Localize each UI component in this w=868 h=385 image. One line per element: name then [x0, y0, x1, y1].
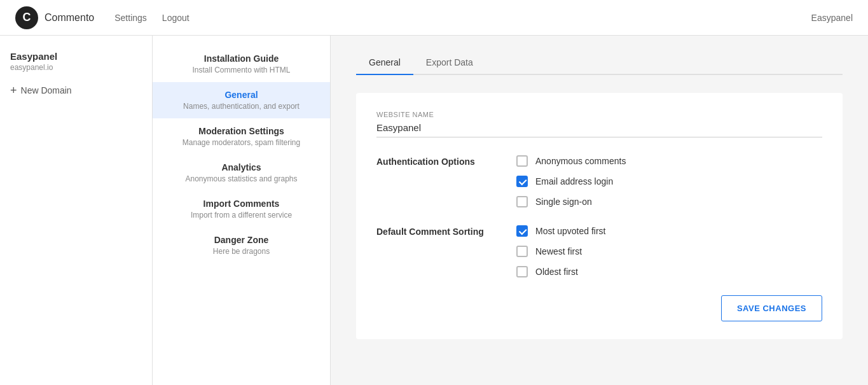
nav-item-title: Danger Zone: [168, 235, 315, 245]
nav-item-moderation-settings[interactable]: Moderation Settings Manage moderators, s…: [153, 118, 330, 155]
option-oldest-first[interactable]: Oldest first: [516, 266, 606, 277]
nav-item-subtitle: Names, authentication, and export: [168, 102, 315, 111]
nav-item-danger-zone[interactable]: Danger Zone Here be dragons: [153, 227, 330, 263]
sorting-options-label: Default Comment Sorting: [376, 225, 516, 237]
checkbox-anonymous-comments[interactable]: [516, 155, 528, 167]
option-newest-first[interactable]: Newest first: [516, 246, 606, 257]
logout-link[interactable]: Logout: [162, 13, 189, 23]
tab-general[interactable]: General: [356, 51, 413, 75]
nav-item-title: Analytics: [168, 162, 315, 172]
main-content: General Export Data WEBSITE NAME Easypan…: [331, 36, 868, 385]
option-most-upvoted-first[interactable]: Most upvoted first: [516, 225, 606, 237]
top-nav: C Commento Settings Logout Easypanel: [0, 0, 868, 36]
website-name-field: WEBSITE NAME Easypanel: [376, 111, 822, 137]
domain-url: easypanel.io: [10, 63, 142, 72]
checkbox-single-sign-on[interactable]: [516, 196, 528, 207]
sidebar-left: Easypanel easypanel.io + New Domain: [0, 36, 153, 385]
sorting-options-row: Default Comment Sorting Most upvoted fir…: [376, 225, 822, 277]
nav-item-subtitle: Import from a different service: [168, 211, 315, 220]
nav-item-title: Import Comments: [168, 199, 315, 209]
logo-name: Commento: [45, 12, 94, 24]
nav-links: Settings Logout: [114, 13, 189, 23]
save-btn-row: SAVE CHANGES: [376, 295, 822, 321]
website-name-label: WEBSITE NAME: [376, 111, 822, 118]
sidebar-mid: Installation Guide Install Commento with…: [153, 36, 331, 385]
nav-item-subtitle: Anonymous statistics and graphs: [168, 174, 315, 183]
authentication-options-list: Anonymous comments Email address login S…: [516, 155, 626, 207]
new-domain-button[interactable]: + New Domain: [10, 85, 142, 96]
sorting-options-list: Most upvoted first Newest first Oldest f…: [516, 225, 606, 277]
checkbox-newest-first[interactable]: [516, 246, 528, 257]
new-domain-label: New Domain: [21, 85, 72, 95]
nav-item-subtitle: Here be dragons: [168, 247, 315, 256]
option-text: Most upvoted first: [535, 226, 606, 236]
settings-link[interactable]: Settings: [114, 13, 147, 23]
website-name-value[interactable]: Easypanel: [376, 122, 822, 137]
option-text: Newest first: [535, 246, 582, 256]
checkbox-email-address-login[interactable]: [516, 176, 528, 187]
option-text: Email address login: [535, 176, 613, 186]
checkbox-most-upvoted-first[interactable]: [516, 225, 528, 237]
checkbox-oldest-first[interactable]: [516, 266, 528, 277]
option-single-sign-on[interactable]: Single sign-on: [516, 196, 626, 207]
option-anonymous-comments[interactable]: Anonymous comments: [516, 155, 626, 167]
form-section: WEBSITE NAME Easypanel Authentication Op…: [356, 93, 843, 339]
domain-name: Easypanel: [10, 51, 142, 62]
nav-item-installation-guide[interactable]: Installation Guide Install Commento with…: [153, 46, 330, 82]
option-text: Single sign-on: [535, 197, 592, 207]
option-email-address-login[interactable]: Email address login: [516, 176, 626, 187]
main-layout: Easypanel easypanel.io + New Domain Inst…: [0, 36, 868, 385]
tab-export-data[interactable]: Export Data: [413, 51, 486, 75]
authentication-options-label: Authentication Options: [376, 155, 516, 167]
nav-item-title: Moderation Settings: [168, 126, 315, 136]
nav-item-subtitle: Install Commento with HTML: [168, 66, 315, 74]
logo: C Commento: [15, 6, 94, 29]
option-text: Anonymous comments: [535, 156, 626, 166]
save-changes-button[interactable]: SAVE CHANGES: [721, 295, 822, 321]
nav-item-subtitle: Manage moderators, spam filtering: [168, 138, 315, 147]
nav-item-title: Installation Guide: [168, 53, 315, 64]
topnav-right-label: Easypanel: [811, 13, 853, 23]
logo-icon: C: [15, 6, 38, 29]
nav-item-import-comments[interactable]: Import Comments Import from a different …: [153, 191, 330, 227]
nav-item-analytics[interactable]: Analytics Anonymous statistics and graph…: [153, 155, 330, 191]
nav-item-title: General: [168, 90, 315, 100]
plus-icon: +: [10, 85, 17, 96]
tabs: General Export Data: [356, 51, 843, 75]
option-text: Oldest first: [535, 267, 578, 277]
nav-item-general[interactable]: General Names, authentication, and expor…: [153, 82, 330, 118]
authentication-options-row: Authentication Options Anonymous comment…: [376, 155, 822, 207]
